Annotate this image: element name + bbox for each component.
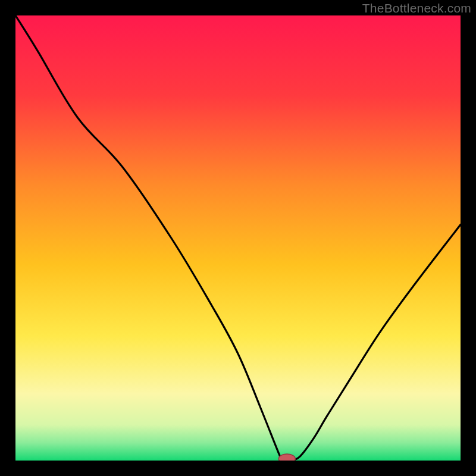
watermark-text: TheBottleneck.com xyxy=(362,1,471,15)
bottleneck-chart xyxy=(0,0,476,476)
chart-container: TheBottleneck.com xyxy=(0,0,476,476)
plot-background xyxy=(15,15,461,461)
